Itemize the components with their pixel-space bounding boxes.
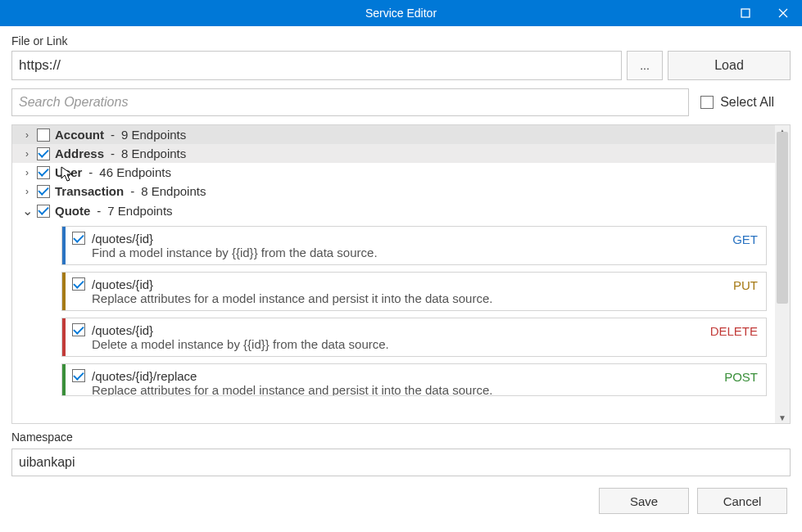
operation-path: /quotes/{id} xyxy=(92,277,727,291)
chevron-right-icon[interactable]: › xyxy=(22,148,32,160)
chevron-down-icon[interactable]: ⌄ xyxy=(22,203,32,219)
operation-list: /quotes/{id}Find a model instance by {{i… xyxy=(12,221,775,396)
chevron-right-icon[interactable]: › xyxy=(22,186,32,197)
file-or-link-label: File or Link xyxy=(11,34,791,47)
operation-description: Delete a model instance by {{id}} from t… xyxy=(92,337,704,351)
tree-item-count: 9 Endpoints xyxy=(121,128,186,142)
load-button[interactable]: Load xyxy=(668,51,791,80)
operation-item[interactable]: /quotes/{id}Find a model instance by {{i… xyxy=(61,226,767,265)
namespace-input[interactable] xyxy=(11,449,791,476)
window-title: Service Editor xyxy=(365,7,437,20)
operation-path: /quotes/{id}/replace xyxy=(92,369,718,383)
tree-item-quote[interactable]: ⌄Quote - 7 Endpoints xyxy=(12,201,775,221)
select-all-container[interactable]: Select All xyxy=(700,95,791,110)
chevron-right-icon[interactable]: › xyxy=(22,167,32,178)
operation-method: PUT xyxy=(733,277,758,305)
tree-checkbox[interactable] xyxy=(37,205,50,218)
tree-item-count: 7 Endpoints xyxy=(107,204,172,218)
tree-item-address[interactable]: ›Address - 8 Endpoints xyxy=(12,144,775,163)
operation-method: GET xyxy=(732,232,758,259)
browse-button[interactable]: ... xyxy=(627,51,663,80)
cancel-button[interactable]: Cancel xyxy=(697,488,787,514)
operation-item[interactable]: /quotes/{id}Delete a model instance by {… xyxy=(61,318,767,357)
tree-checkbox[interactable] xyxy=(37,185,50,198)
scrollbar[interactable]: ▲ ▼ xyxy=(775,125,790,423)
tree-checkbox[interactable] xyxy=(37,166,50,179)
operation-method: DELETE xyxy=(710,323,758,351)
operation-checkbox[interactable] xyxy=(72,232,85,245)
operation-description: Replace attributes for a model instance … xyxy=(92,291,727,305)
tree-item-name: Address xyxy=(55,147,104,160)
url-input[interactable] xyxy=(11,51,622,80)
scroll-down-icon[interactable]: ▼ xyxy=(775,412,790,423)
operation-checkbox[interactable] xyxy=(72,277,85,291)
operation-description: Find a model instance by {{id}} from the… xyxy=(92,246,726,259)
operation-item[interactable]: /quotes/{id}Replace attributes for a mod… xyxy=(61,272,767,311)
select-all-label: Select All xyxy=(720,95,774,110)
svg-rect-0 xyxy=(741,9,750,17)
tree-item-transaction[interactable]: ›Transaction - 8 Endpoints xyxy=(12,182,775,201)
close-button[interactable] xyxy=(764,0,802,26)
maximize-button[interactable] xyxy=(727,0,764,26)
operation-checkbox[interactable] xyxy=(72,323,85,336)
scroll-thumb[interactable] xyxy=(777,132,788,304)
operation-path: /quotes/{id} xyxy=(92,323,704,337)
operations-tree: ›Account - 9 Endpoints›Address - 8 Endpo… xyxy=(11,124,791,424)
titlebar: Service Editor xyxy=(0,0,802,26)
tree-item-name: User xyxy=(55,165,82,179)
operation-description: Replace attributes for a model instance … xyxy=(92,383,718,396)
tree-checkbox[interactable] xyxy=(37,147,50,160)
operation-method: POST xyxy=(724,369,758,390)
chevron-right-icon[interactable]: › xyxy=(22,129,32,141)
operation-item[interactable]: /quotes/{id}/replaceReplace attributes f… xyxy=(61,363,767,396)
select-all-checkbox[interactable] xyxy=(700,96,714,109)
tree-item-name: Account xyxy=(55,128,104,142)
operation-checkbox[interactable] xyxy=(72,369,85,382)
tree-item-count: 46 Endpoints xyxy=(99,165,171,179)
tree-item-count: 8 Endpoints xyxy=(121,147,186,160)
window-controls xyxy=(727,0,802,26)
tree-item-count: 8 Endpoints xyxy=(141,184,206,198)
operation-path: /quotes/{id} xyxy=(92,232,726,246)
tree-item-name: Quote xyxy=(55,204,90,218)
tree-item-user[interactable]: ›User - 46 Endpoints xyxy=(12,163,775,182)
tree-item-account[interactable]: ›Account - 9 Endpoints xyxy=(12,125,775,144)
namespace-label: Namespace xyxy=(11,431,791,444)
tree-checkbox[interactable] xyxy=(37,128,50,142)
search-input[interactable] xyxy=(11,88,689,116)
save-button[interactable]: Save xyxy=(599,488,689,514)
tree-item-name: Transaction xyxy=(55,184,124,198)
